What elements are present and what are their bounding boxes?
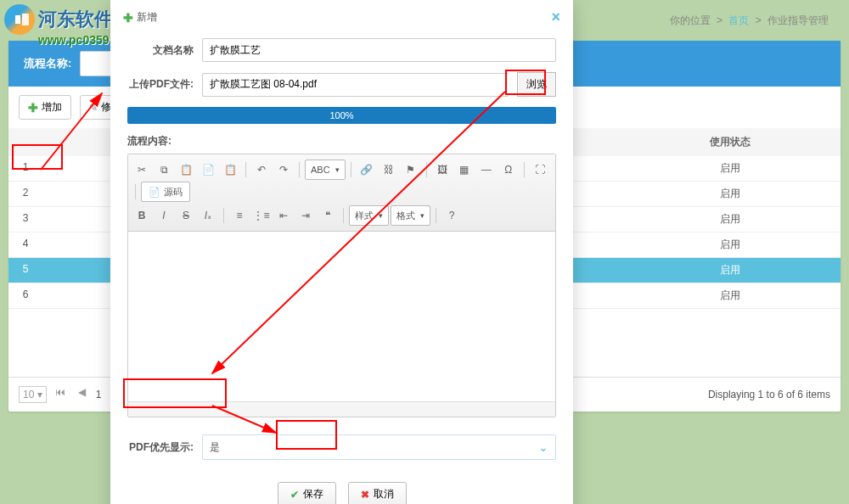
format-combo[interactable]: 格式 — [391, 205, 430, 226]
pencil-icon: ✎ — [89, 102, 98, 114]
help-icon[interactable]: ? — [441, 205, 462, 226]
bullet-list-icon[interactable]: ⋮≡ — [251, 205, 272, 226]
name-input[interactable] — [202, 38, 556, 62]
hr-icon[interactable]: ― — [476, 160, 497, 180]
paste-text-icon[interactable]: 📄 — [198, 160, 218, 180]
breadcrumb: 你的位置 > 首页 > 作业指导管理 — [666, 14, 832, 28]
add-modal: ✚ 新增 × 文档名称 上传PDF文件: 浏览 100% 流程内容: ✂ ⧉ 📋… — [110, 0, 573, 504]
italic-icon[interactable]: I — [154, 205, 174, 226]
table-icon[interactable]: ▦ — [454, 160, 475, 180]
upload-input[interactable] — [202, 73, 509, 97]
rich-text-editor: ✂ ⧉ 📋 📄 📋 ↶ ↷ ABC 🔗 ⛓ ⚑ 🖼 ▦ — [127, 154, 556, 417]
unlink-icon[interactable]: ⛓ — [379, 160, 399, 180]
undo-icon[interactable]: ↶ — [251, 160, 272, 180]
modal-title: ✚ 新增 — [123, 10, 157, 25]
save-button[interactable]: ✔ 保存 — [278, 482, 336, 504]
page-size-select[interactable]: 10 ▾ — [19, 386, 47, 403]
pdf-priority-label: PDF优先显示: — [127, 440, 194, 455]
spellcheck-combo[interactable]: ABC — [305, 160, 346, 180]
cross-icon: ✖ — [361, 489, 369, 501]
cancel-button[interactable]: ✖ 取消 — [348, 482, 407, 504]
pager-prev[interactable]: ◀ — [74, 386, 91, 403]
source-button[interactable]: 📄 源码 — [141, 182, 190, 202]
plus-icon: ✚ — [28, 101, 38, 115]
col-header-status: 使用状态 — [620, 135, 841, 149]
name-label: 文档名称 — [127, 43, 194, 58]
outdent-icon[interactable]: ⇤ — [273, 205, 294, 226]
maximize-icon[interactable]: ⛶ — [530, 160, 550, 180]
styles-combo[interactable]: 样式 — [349, 205, 389, 226]
plus-icon: ✚ — [123, 11, 133, 25]
check-icon: ✔ — [290, 489, 299, 501]
close-icon[interactable]: × — [551, 8, 560, 26]
pager-info: Displaying 1 to 6 of 6 items — [708, 389, 830, 400]
browse-button[interactable]: 浏览 — [517, 72, 556, 97]
cut-icon[interactable]: ✂ — [132, 160, 152, 180]
editor-body[interactable] — [128, 232, 555, 401]
content-label: 流程内容: — [127, 134, 556, 148]
breadcrumb-current: 作业指导管理 — [767, 14, 829, 26]
pdf-priority-select[interactable]: 是 — [202, 434, 556, 460]
add-button[interactable]: ✚ 增加 — [19, 95, 71, 120]
anchor-icon[interactable]: ⚑ — [401, 160, 421, 180]
numbered-list-icon[interactable]: ≡ — [229, 205, 250, 226]
link-icon[interactable]: 🔗 — [357, 160, 377, 180]
breadcrumb-home[interactable]: 首页 — [728, 14, 749, 26]
editor-toolbar: ✂ ⧉ 📋 📄 📋 ↶ ↷ ABC 🔗 ⛓ ⚑ 🖼 ▦ — [128, 154, 555, 232]
image-icon[interactable]: 🖼 — [432, 160, 453, 180]
redo-icon[interactable]: ↷ — [273, 160, 294, 180]
paste-word-icon[interactable]: 📋 — [220, 160, 240, 180]
copy-icon[interactable]: ⧉ — [154, 160, 174, 180]
bold-icon[interactable]: B — [132, 205, 152, 226]
filter-label: 流程名称: — [24, 56, 71, 71]
upload-label: 上传PDF文件: — [127, 77, 194, 92]
pager-first[interactable]: ⏮ — [52, 386, 69, 403]
blockquote-icon[interactable]: ❝ — [318, 205, 338, 226]
strike-icon[interactable]: S — [176, 205, 196, 226]
remove-format-icon[interactable]: Iₓ — [198, 205, 218, 226]
editor-status — [128, 401, 555, 417]
watermark-logo-icon — [4, 4, 35, 35]
indent-icon[interactable]: ⇥ — [295, 205, 316, 226]
paste-icon[interactable]: 📋 — [176, 160, 196, 180]
special-char-icon[interactable]: Ω — [498, 160, 519, 180]
progress-bar: 100% — [127, 107, 556, 124]
